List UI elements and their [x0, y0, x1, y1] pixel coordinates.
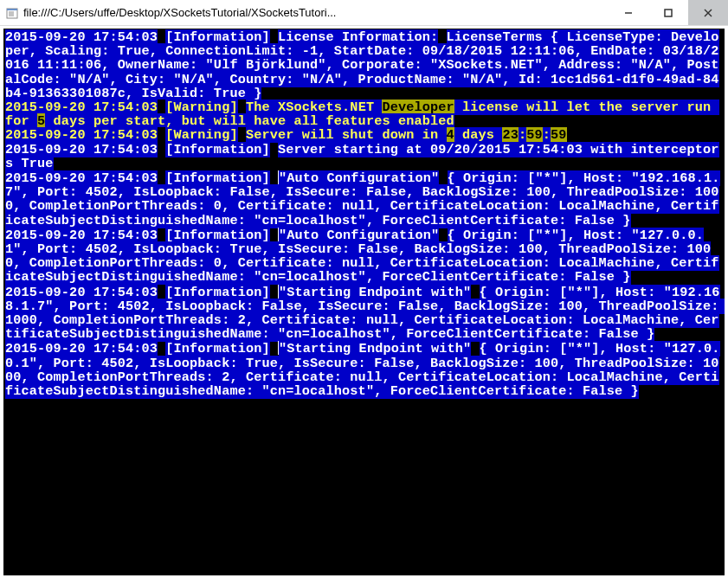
svg-rect-1: [7, 9, 17, 10]
maximize-button[interactable]: [648, 0, 688, 25]
log-level: [Warning]: [165, 127, 237, 143]
highlight: 09/20/2015 17:54:03: [430, 142, 583, 157]
highlight: 23: [502, 127, 519, 143]
log-entry: 2015-09-20 17:54:03 [Information] "Start…: [5, 285, 723, 342]
svg-rect-6: [665, 10, 672, 16]
window-titlebar: file:///C:/Users/uffe/Desktop/XSocketsTu…: [0, 0, 728, 26]
log-level: [Information]: [165, 341, 269, 356]
msg-part: Server starting at: [278, 142, 430, 157]
highlight: 59: [551, 127, 567, 143]
window-title: file:///C:/Users/uffe/Desktop/XSocketsTu…: [23, 6, 609, 19]
window-controls: [609, 0, 728, 25]
log-entry: 2015-09-20 17:54:03 [Information] "Start…: [5, 341, 723, 398]
msg-part: days: [454, 127, 503, 143]
log-entry: 2015-09-20 17:54:03 [Information] "Auto …: [5, 228, 723, 285]
timestamp: 2015-09-20 17:54:03: [5, 341, 158, 356]
console-output[interactable]: 2015-09-20 17:54:03 [Information] Licens…: [3, 29, 725, 575]
highlight: 4: [447, 127, 454, 143]
config-name: "Starting Endpoint with": [279, 341, 471, 356]
log-entry: 2015-09-20 17:54:03 [Warning] Server wil…: [5, 128, 723, 142]
log-level: [Information]: [165, 142, 269, 157]
highlight: True: [22, 156, 54, 171]
timestamp: 2015-09-20 17:54:03: [5, 285, 158, 300]
close-button[interactable]: [688, 0, 728, 25]
timestamp: 2015-09-20 17:54:03: [5, 127, 158, 143]
log-entry: 2015-09-20 17:54:03 [Information] Licens…: [5, 30, 723, 100]
minimize-button[interactable]: [609, 0, 648, 25]
timestamp: 2015-09-20 17:54:03: [5, 142, 158, 157]
config-name: "Starting Endpoint with": [279, 285, 471, 300]
app-icon: [5, 6, 19, 20]
log-entry: 2015-09-20 17:54:03 [Information] "Auto …: [5, 170, 723, 228]
log-entry: 2015-09-20 17:54:03 [Warning] The XSocke…: [5, 100, 723, 128]
log-entry: 2015-09-20 17:54:03 [Information] Server…: [5, 143, 723, 170]
highlight: 59: [526, 127, 543, 143]
log-level: [Information]: [165, 285, 269, 300]
msg-part: Server will shut down in: [246, 127, 447, 143]
